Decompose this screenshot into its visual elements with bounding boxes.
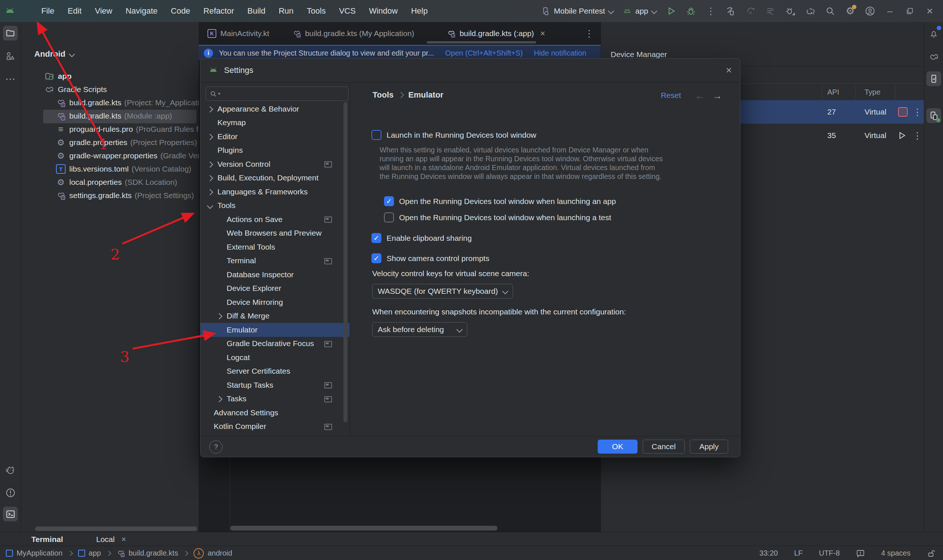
project-item-app[interactable]: app bbox=[21, 69, 199, 83]
terminal-tab-local[interactable]: Local bbox=[96, 535, 114, 544]
tree-item-server-certificates[interactable]: Server Certificates bbox=[201, 365, 350, 378]
settings-search-input[interactable]: ▾ bbox=[205, 86, 349, 101]
tab-options-kebab-icon[interactable]: ⋮ bbox=[585, 29, 594, 38]
indent-setting[interactable]: 4 spaces bbox=[881, 549, 911, 557]
menu-navigate[interactable]: Navigate bbox=[126, 6, 158, 16]
tree-item-build-execution[interactable]: Build, Execution, Deployment bbox=[201, 171, 350, 185]
problems-tool-icon[interactable] bbox=[3, 485, 18, 500]
run-tasks-icon[interactable] bbox=[766, 6, 776, 16]
gradle-sync-icon[interactable] bbox=[805, 6, 815, 16]
running-devices-tool-icon[interactable] bbox=[926, 71, 941, 86]
project-tool-icon[interactable] bbox=[3, 26, 18, 40]
menu-vcs[interactable]: VCS bbox=[339, 6, 356, 16]
menu-run[interactable]: Run bbox=[279, 6, 293, 16]
project-item-gradle-wrapper[interactable]: ⚙ gradle-wrapper.properties(Gradle Versi… bbox=[21, 149, 199, 162]
tree-item-languages[interactable]: Languages & Frameworks bbox=[201, 185, 350, 199]
cancel-button[interactable]: Cancel bbox=[643, 440, 685, 454]
launch-running-devices-checkbox[interactable]: Launch in the Running Devices tool windo… bbox=[372, 130, 536, 140]
more-tool-windows-icon[interactable]: ⋯ bbox=[3, 71, 18, 86]
project-view-selector[interactable]: Android bbox=[34, 49, 74, 59]
menu-refactor[interactable]: Refactor bbox=[204, 6, 234, 16]
close-dialog-icon[interactable]: × bbox=[726, 65, 732, 76]
caret-position[interactable]: 33:20 bbox=[759, 549, 778, 557]
reset-link[interactable]: Reset bbox=[661, 91, 681, 100]
tree-item-tasks[interactable]: Tasks bbox=[201, 392, 350, 406]
ai-assistant-icon[interactable]: A bbox=[745, 6, 756, 16]
tree-item-external-tools[interactable]: External Tools bbox=[201, 240, 350, 254]
tree-item-logcat[interactable]: Logcat bbox=[201, 351, 350, 365]
notification-open-link[interactable]: Open (Ctrl+Alt+Shift+S) bbox=[445, 49, 523, 57]
help-button[interactable]: ? bbox=[209, 440, 222, 454]
tree-item-actions-on-save[interactable]: Actions on Save bbox=[201, 212, 350, 226]
settings-tree-scrollbar[interactable] bbox=[343, 102, 347, 422]
crumb-project[interactable]: MyApplication bbox=[17, 549, 63, 557]
start-device-button[interactable] bbox=[897, 124, 906, 147]
menu-help[interactable]: Help bbox=[411, 6, 428, 16]
tree-item-kotlin-compiler[interactable]: Kotlin Compiler bbox=[201, 420, 350, 434]
tree-item-gradle-declarative[interactable]: Gradle Declarative Focus bbox=[201, 337, 350, 351]
menu-code[interactable]: Code bbox=[171, 6, 190, 16]
tree-item-device-mirroring[interactable]: Device Mirroring bbox=[201, 295, 350, 309]
camera-prompts-checkbox[interactable]: ✓ Show camera control prompts bbox=[372, 253, 489, 263]
tree-item-editor[interactable]: Editor bbox=[201, 129, 350, 144]
tree-item-terminal[interactable]: Terminal bbox=[201, 254, 350, 268]
tree-item-emulator[interactable]: Emulator bbox=[201, 323, 350, 337]
tree-item-tools[interactable]: Tools bbox=[201, 199, 350, 213]
crumb-block[interactable]: android bbox=[207, 549, 232, 557]
file-encoding[interactable]: UTF-8 bbox=[819, 549, 840, 557]
tree-item-plugins[interactable]: Plugins bbox=[201, 144, 350, 158]
project-item-gradle-properties[interactable]: ⚙ gradle.properties(Project Properties) bbox=[21, 136, 199, 149]
tree-item-startup-tasks[interactable]: Startup Tasks bbox=[201, 378, 350, 392]
forward-arrow-icon[interactable]: → bbox=[713, 90, 722, 102]
debug-button[interactable] bbox=[686, 6, 696, 16]
close-terminal-tab-icon[interactable]: × bbox=[121, 535, 126, 544]
ok-button[interactable]: OK bbox=[598, 440, 637, 454]
menu-window[interactable]: Window bbox=[369, 6, 398, 16]
tree-item-keymap[interactable]: Keymap bbox=[201, 116, 350, 130]
notifications-bell-icon[interactable] bbox=[926, 26, 941, 41]
apply-button[interactable]: Apply bbox=[690, 440, 728, 454]
clipboard-sharing-checkbox[interactable]: ✓ Enable clipboard sharing bbox=[372, 233, 472, 243]
tree-item-web-browsers[interactable]: Web Browsers and Preview bbox=[201, 226, 350, 240]
inspections-widget-icon[interactable] bbox=[856, 549, 865, 558]
device-selector[interactable]: Mobile Pentest bbox=[541, 7, 613, 15]
snapshot-policy-select[interactable]: Ask before deleting bbox=[372, 322, 467, 337]
velocity-keys-select[interactable]: WASDQE (for QWERTY keyboard) bbox=[372, 284, 513, 298]
terminal-tool-icon[interactable] bbox=[3, 507, 18, 522]
close-tab-icon[interactable]: × bbox=[540, 29, 545, 38]
device-options-kebab-icon[interactable]: ⋮ bbox=[913, 124, 922, 147]
logcat-tool-icon[interactable] bbox=[3, 463, 18, 478]
minimize-window-icon[interactable]: – bbox=[885, 6, 895, 16]
tree-item-advanced-settings[interactable]: Advanced Settings bbox=[201, 406, 350, 420]
run-configuration-selector[interactable]: app bbox=[623, 7, 656, 15]
tree-item-diff-merge[interactable]: Diff & Merge bbox=[201, 309, 350, 323]
back-arrow-icon[interactable]: ← bbox=[695, 90, 705, 102]
checkbox-unchecked-focused[interactable] bbox=[372, 130, 381, 140]
project-item-build-gradle-module[interactable]: K build.gradle.kts(Module :app) bbox=[21, 109, 199, 123]
maximize-window-icon[interactable] bbox=[905, 6, 915, 16]
crumb-module[interactable]: app bbox=[89, 549, 101, 557]
menu-edit[interactable]: Edit bbox=[68, 6, 82, 16]
project-item-local-properties[interactable]: ⚙ local.properties(SDK Location) bbox=[21, 175, 199, 189]
gradle-tool-icon[interactable] bbox=[926, 49, 941, 64]
tree-item-appearance[interactable]: Appearance & Behavior bbox=[201, 102, 350, 116]
notification-hide-link[interactable]: Hide notification bbox=[534, 49, 586, 57]
menu-tools[interactable]: Tools bbox=[307, 6, 326, 16]
tree-item-version-control[interactable]: Version Control bbox=[201, 157, 350, 171]
menu-file[interactable]: File bbox=[41, 6, 54, 16]
run-button[interactable] bbox=[666, 6, 676, 16]
editor-horizontal-scrollbar[interactable] bbox=[230, 526, 497, 531]
tab-build-gradle-project[interactable]: K build.gradle.kts (My Application) bbox=[283, 22, 423, 45]
column-type[interactable]: Type bbox=[864, 83, 880, 100]
unlocked-padlock-icon[interactable] bbox=[927, 549, 935, 558]
close-window-icon[interactable]: × bbox=[924, 6, 935, 16]
search-everywhere-icon[interactable] bbox=[825, 6, 835, 16]
menu-view[interactable]: View bbox=[95, 6, 112, 16]
settings-gear-icon[interactable]: ⚙ bbox=[845, 6, 855, 16]
tree-item-database-inspector[interactable]: Database Inspector bbox=[201, 268, 350, 282]
project-item-libs-versions[interactable]: T libs.versions.toml(Version Catalog) bbox=[21, 162, 199, 175]
tab-mainactivity[interactable]: K MainActivity.kt bbox=[199, 22, 278, 45]
stop-device-button[interactable] bbox=[898, 100, 908, 124]
open-when-launching-test-checkbox[interactable]: Open the Running Devices tool window whe… bbox=[384, 212, 611, 222]
device-manager-tool-icon[interactable] bbox=[926, 108, 941, 123]
